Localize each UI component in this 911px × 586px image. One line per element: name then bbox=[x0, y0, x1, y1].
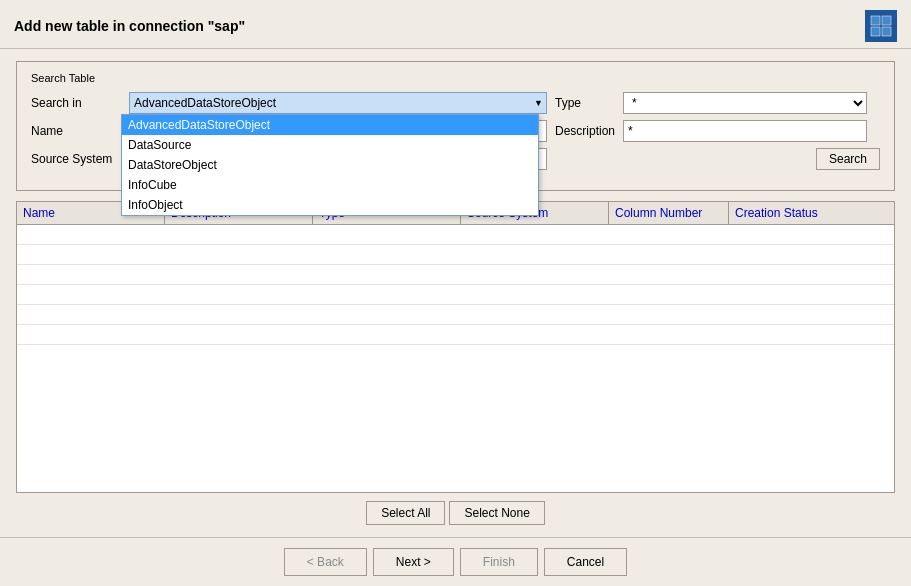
dropdown-item-4[interactable]: InfoObject bbox=[122, 195, 538, 215]
dropdown-item-3[interactable]: InfoCube bbox=[122, 175, 538, 195]
nav-bar: < Back Next > Finish Cancel bbox=[0, 537, 911, 586]
search-in-value: AdvancedDataStoreObject bbox=[134, 96, 276, 110]
table-row bbox=[17, 245, 894, 265]
select-buttons-area: Select All Select None bbox=[16, 501, 895, 525]
svg-rect-2 bbox=[882, 16, 891, 25]
search-in-row: Search in AdvancedDataStoreObject ▼ Type… bbox=[31, 92, 880, 114]
table-row bbox=[17, 285, 894, 305]
dropdown-item-2[interactable]: DataStoreObject bbox=[122, 155, 538, 175]
window-title: Add new table in connection "sap" bbox=[14, 18, 245, 34]
search-group-label: Search Table bbox=[31, 72, 880, 84]
table-row bbox=[17, 225, 894, 245]
table-row bbox=[17, 325, 894, 345]
table-body bbox=[17, 225, 894, 355]
cancel-button[interactable]: Cancel bbox=[544, 548, 627, 576]
finish-button[interactable]: Finish bbox=[460, 548, 538, 576]
table-icon bbox=[865, 10, 897, 42]
back-button[interactable]: < Back bbox=[284, 548, 367, 576]
content-area: Search Table Search in AdvancedDataStore… bbox=[0, 49, 911, 537]
dropdown-overlay: AdvancedDataStoreObject DataSource DataS… bbox=[121, 114, 539, 216]
description-input[interactable] bbox=[623, 120, 867, 142]
select-none-button[interactable]: Select None bbox=[449, 501, 544, 525]
svg-rect-3 bbox=[871, 27, 880, 36]
dropdown-item-0[interactable]: AdvancedDataStoreObject bbox=[122, 115, 538, 135]
search-in-label: Search in bbox=[31, 96, 121, 110]
source-system-label: Source System bbox=[31, 152, 121, 166]
main-window: Add new table in connection "sap" Search… bbox=[0, 0, 911, 586]
type-select[interactable]: * bbox=[623, 92, 867, 114]
table-container: Name Description Type Source System Colu… bbox=[16, 201, 895, 493]
description-label: Description bbox=[555, 124, 615, 138]
search-button[interactable]: Search bbox=[816, 148, 880, 170]
table-row bbox=[17, 265, 894, 285]
col-creation-status: Creation Status bbox=[729, 202, 877, 224]
svg-rect-1 bbox=[871, 16, 880, 25]
svg-rect-4 bbox=[882, 27, 891, 36]
type-label: Type bbox=[555, 96, 615, 110]
name-label: Name bbox=[31, 124, 121, 138]
search-group: Search Table Search in AdvancedDataStore… bbox=[16, 61, 895, 191]
dropdown-item-1[interactable]: DataSource bbox=[122, 135, 538, 155]
table-row bbox=[17, 305, 894, 325]
next-button[interactable]: Next > bbox=[373, 548, 454, 576]
col-column-number: Column Number bbox=[609, 202, 729, 224]
title-bar: Add new table in connection "sap" bbox=[0, 0, 911, 49]
select-all-button[interactable]: Select All bbox=[366, 501, 445, 525]
search-in-dropdown[interactable]: AdvancedDataStoreObject bbox=[129, 92, 547, 114]
